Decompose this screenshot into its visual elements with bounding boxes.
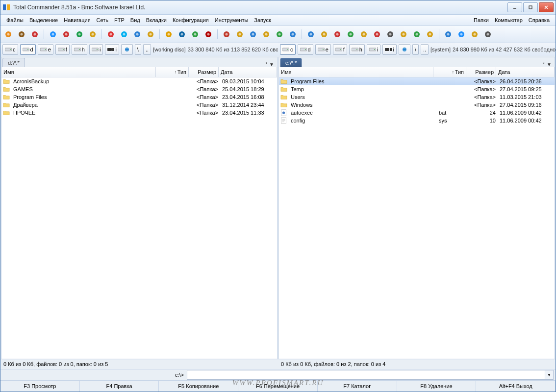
- function-key[interactable]: F3 Просмотр: [0, 381, 80, 392]
- file-row[interactable]: Windows<Папка>27.04.2015 09:16: [279, 101, 555, 109]
- toolbar-filezilla-icon[interactable]: [202, 28, 214, 40]
- function-key[interactable]: F4 Правка: [80, 381, 159, 392]
- toolbar-gear-red-icon[interactable]: [29, 28, 41, 40]
- drive-button-i[interactable]: i: [89, 44, 103, 55]
- toolbar-arr-icon[interactable]: [469, 28, 480, 40]
- function-key[interactable]: F7 Каталог: [318, 381, 397, 392]
- minimize-button[interactable]: [507, 2, 522, 12]
- toolbar-globe-icon[interactable]: [131, 28, 143, 40]
- drive-button-h[interactable]: h: [349, 44, 365, 55]
- menu-item[interactable]: Навигация: [61, 16, 93, 24]
- menu-item[interactable]: Инструменты: [212, 16, 252, 24]
- panel-tab-right[interactable]: c:\*.*: [280, 58, 302, 67]
- toolbar-grid-red-icon[interactable]: [105, 28, 117, 40]
- function-key[interactable]: F8 Удаление: [397, 381, 477, 392]
- toolbar-shield-icon[interactable]: [163, 28, 175, 40]
- toolbar-bug-icon[interactable]: [331, 28, 343, 40]
- toolbar-gear-orange-icon[interactable]: [2, 28, 14, 40]
- file-row[interactable]: Program Files<Папка>26.04.2015 20:36: [279, 77, 555, 85]
- drive-button-network[interactable]: i: [382, 44, 396, 55]
- header-date[interactable]: Дата: [219, 67, 277, 77]
- menu-item[interactable]: Компьютер: [492, 16, 526, 24]
- toolbar-cd2-icon[interactable]: [274, 28, 285, 40]
- file-row[interactable]: GAMES<Папка>25.04.2015 18:29: [1, 85, 277, 93]
- header-date[interactable]: Дата: [496, 67, 555, 77]
- menu-item[interactable]: Выделение: [26, 16, 61, 24]
- drive-button-i[interactable]: i: [367, 44, 380, 55]
- toolbar-skype-icon[interactable]: [118, 28, 130, 40]
- file-row[interactable]: Users<Папка>11.03.2015 21:03: [279, 93, 555, 101]
- toolbar-opera-icon[interactable]: [371, 28, 383, 40]
- file-row[interactable]: Program Files<Папка>23.04.2015 16:08: [1, 93, 277, 101]
- toolbar-star-icon[interactable]: [358, 28, 370, 40]
- file-row[interactable]: Temp<Папка>27.04.2015 09:25: [279, 85, 555, 93]
- header-size[interactable]: Размер: [466, 67, 496, 77]
- toolbar-utorr-icon[interactable]: [189, 28, 201, 40]
- tab-dropdown-icon[interactable]: ▼: [547, 62, 552, 67]
- toolbar-x-icon[interactable]: [482, 28, 494, 40]
- drive-button-h[interactable]: h: [72, 44, 87, 55]
- file-list-left[interactable]: AcronisBackup<Папка>09.03.2015 10:04GAME…: [1, 77, 277, 359]
- close-button[interactable]: [539, 2, 554, 12]
- drive-nav-button[interactable]: ..: [421, 44, 429, 55]
- drive-nav-button[interactable]: ..: [143, 44, 151, 55]
- menu-item[interactable]: Запуск: [251, 16, 274, 24]
- menu-item[interactable]: Файлы: [3, 16, 26, 24]
- toolbar-world-green-icon[interactable]: [74, 28, 85, 40]
- command-history-dropdown[interactable]: ▼: [545, 370, 554, 380]
- function-key[interactable]: F6 Перемещение: [238, 381, 318, 392]
- drive-button-web[interactable]: [121, 44, 133, 55]
- toolbar-ie-icon[interactable]: [287, 28, 299, 40]
- toolbar-wand-icon[interactable]: [305, 28, 317, 40]
- drive-button-d[interactable]: d: [298, 44, 313, 55]
- header-name[interactable]: Имя: [279, 67, 433, 77]
- toolbar-zero-icon[interactable]: [345, 28, 356, 40]
- drive-button-e[interactable]: e: [38, 44, 53, 55]
- file-row[interactable]: AcronisBackup<Папка>09.03.2015 10:04: [1, 77, 277, 85]
- tab-star-icon[interactable]: *: [543, 62, 545, 67]
- menu-item[interactable]: FTP: [111, 16, 127, 24]
- menu-item[interactable]: Папки: [471, 16, 492, 24]
- toolbar-teamviewer-icon[interactable]: [176, 28, 188, 40]
- panel-tab-left[interactable]: d:\*.*: [2, 58, 25, 67]
- toolbar-box-icon[interactable]: [318, 28, 330, 40]
- menu-item[interactable]: Конфигурация: [170, 16, 212, 24]
- header-size[interactable]: Размер: [189, 67, 219, 77]
- file-list-right[interactable]: Program Files<Папка>26.04.2015 20:36Temp…: [279, 77, 555, 359]
- function-key[interactable]: F5 Копирование: [159, 381, 238, 392]
- file-row[interactable]: ПРОЧЕЕ<Папка>23.04.2015 11:33: [1, 109, 277, 117]
- drive-button-d[interactable]: d: [20, 44, 36, 55]
- drive-nav-button[interactable]: \: [412, 44, 419, 55]
- header-type[interactable]: ↑Тип: [433, 67, 466, 77]
- toolbar-link-icon[interactable]: [247, 28, 259, 40]
- toolbar-qip-icon[interactable]: [411, 28, 423, 40]
- file-row[interactable]: configsys1011.06.2009 00:42: [279, 117, 555, 124]
- drive-button-f[interactable]: f: [55, 44, 70, 55]
- toolbar-play-icon[interactable]: [47, 28, 59, 40]
- toolbar-page-icon[interactable]: [145, 28, 156, 40]
- toolbar-hdd-icon[interactable]: [455, 28, 467, 40]
- drive-button-c[interactable]: c: [2, 44, 18, 55]
- drive-button-web[interactable]: [399, 44, 410, 55]
- file-row[interactable]: Драйвера<Папка>31.12.2014 23:44: [1, 101, 277, 109]
- menu-item[interactable]: Вид: [127, 16, 143, 24]
- menu-item[interactable]: Справка: [526, 16, 553, 24]
- menu-item[interactable]: Вкладки: [143, 16, 170, 24]
- maximize-button[interactable]: [523, 2, 538, 12]
- toolbar-pdf-icon[interactable]: [87, 28, 99, 40]
- toolbar-cd-icon[interactable]: [260, 28, 272, 40]
- tab-dropdown-icon[interactable]: ▼: [269, 62, 274, 67]
- header-name[interactable]: Имя: [1, 67, 156, 77]
- toolbar-qip2-icon[interactable]: [424, 28, 436, 40]
- menu-item[interactable]: Сеть: [94, 16, 111, 24]
- drive-button-network[interactable]: i: [105, 44, 119, 55]
- function-key[interactable]: Alt+F4 Выход: [476, 381, 556, 392]
- toolbar-gear-dark-icon[interactable]: [16, 28, 27, 40]
- tab-star-icon[interactable]: *: [265, 62, 267, 67]
- drive-button-e[interactable]: e: [315, 44, 331, 55]
- toolbar-target-icon[interactable]: [60, 28, 72, 40]
- file-row[interactable]: autoexecbat2411.06.2009 00:42: [279, 109, 555, 117]
- drive-button-f[interactable]: f: [333, 44, 347, 55]
- toolbar-key-icon[interactable]: [398, 28, 409, 40]
- drive-nav-button[interactable]: \: [135, 44, 141, 55]
